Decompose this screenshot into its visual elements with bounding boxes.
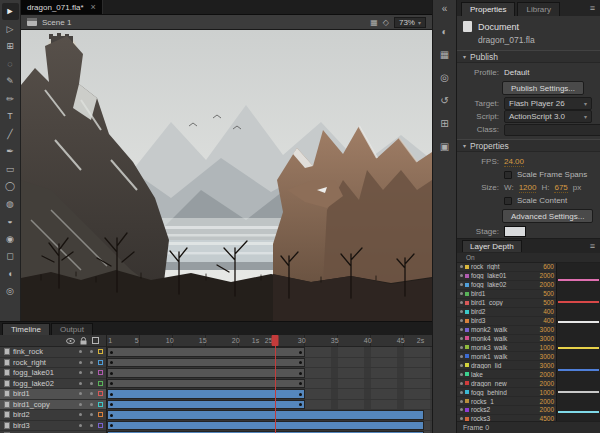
depth-value[interactable]: 400 <box>535 308 556 315</box>
show-hide-all-eye-icon[interactable] <box>66 338 75 344</box>
rectangle-tool[interactable]: ▭ <box>2 161 19 178</box>
layer-outline-color-swatch[interactable] <box>98 423 103 428</box>
properties-section-header[interactable]: ▾ Properties <box>457 139 600 152</box>
stage-color-swatch[interactable] <box>504 226 526 237</box>
height-value[interactable]: 675 <box>554 183 567 193</box>
frame-ruler[interactable]: 151015201s25303540452s <box>107 335 432 347</box>
layer-frames-row[interactable] <box>107 400 432 411</box>
layer-depth-row[interactable]: lake2000 <box>457 370 556 379</box>
frame-ruler-label[interactable]: 1 <box>108 337 112 344</box>
depth-value[interactable]: 500 <box>535 299 556 306</box>
layer-lock-dot[interactable] <box>90 382 93 385</box>
subselection-tool[interactable]: ▷ <box>2 21 19 38</box>
depth-visibility-dot[interactable] <box>460 355 463 358</box>
script-select[interactable]: ActionScript 3.0 ▾ <box>504 110 592 123</box>
depth-visibility-dot[interactable] <box>460 328 463 331</box>
layer-depth-tab[interactable]: Layer Depth <box>462 240 522 252</box>
info-panel-icon[interactable]: ◎ <box>440 72 449 85</box>
width-value[interactable]: 1200 <box>519 183 537 193</box>
publish-settings-button[interactable]: Publish Settings... <box>502 81 584 95</box>
depth-value[interactable]: 3000 <box>535 353 556 360</box>
layer-outline-color-swatch[interactable] <box>98 412 103 417</box>
frame-ruler-label[interactable]: 35 <box>331 337 339 344</box>
zoom-tool[interactable]: ◎ <box>2 283 19 300</box>
advanced-settings-button[interactable]: Advanced Settings... <box>502 209 593 223</box>
target-select[interactable]: Flash Player 26 ▾ <box>504 97 592 110</box>
layer-frames-row[interactable] <box>107 389 432 400</box>
playhead-line[interactable] <box>275 335 276 433</box>
timeline-layer-row[interactable]: bird1 <box>0 389 106 400</box>
edit-scene-icon[interactable]: ▦ <box>370 18 378 27</box>
layer-depth-row[interactable]: monk1_walk3000 <box>457 352 556 361</box>
layer-depth-row[interactable]: rocks22000 <box>457 406 556 415</box>
tab-timeline[interactable]: Timeline <box>2 323 50 335</box>
zoom-level-select[interactable]: 73% ▾ <box>394 17 426 28</box>
layer-depth-row[interactable]: dragon_new2000 <box>457 379 556 388</box>
depth-value[interactable]: 400 <box>535 317 556 324</box>
layer-lock-dot[interactable] <box>90 350 93 353</box>
layer-outline-color-swatch[interactable] <box>98 349 103 354</box>
history-panel-icon[interactable]: ↺ <box>440 95 448 108</box>
outline-all-icon[interactable] <box>92 337 99 344</box>
timeline-layer-row[interactable]: fogg_lake01 <box>0 368 106 379</box>
layer-outline-color-swatch[interactable] <box>98 391 103 396</box>
layer-depth-row[interactable]: bird1_copy500 <box>457 299 556 308</box>
edit-symbols-icon[interactable]: ◇ <box>383 18 389 27</box>
layer-depth-row[interactable]: fogg_behind1000 <box>457 388 556 397</box>
tab-output[interactable]: Output <box>51 323 93 335</box>
layer-lock-dot[interactable] <box>90 361 93 364</box>
depth-visibility-dot[interactable] <box>460 346 463 349</box>
eyedropper-tool[interactable]: ◉ <box>2 231 19 248</box>
layer-lock-dot[interactable] <box>90 403 93 406</box>
playhead-handle[interactable] <box>272 335 279 346</box>
depth-visibility-dot[interactable] <box>460 382 463 385</box>
timeline-layer-row[interactable]: fink_rock <box>0 347 106 358</box>
layer-outline-color-swatch[interactable] <box>98 360 103 365</box>
scene-label[interactable]: Scene 1 <box>42 18 71 27</box>
depth-visibility-dot[interactable] <box>460 373 463 376</box>
depth-value[interactable]: 1000 <box>535 389 556 396</box>
timeline-layer-row[interactable]: bird3 <box>0 421 106 432</box>
layer-visibility-dot[interactable] <box>79 350 82 353</box>
layer-depth-row[interactable]: rocks_12000 <box>457 397 556 406</box>
layer-depth-row[interactable]: fogg_lake012000 <box>457 272 556 281</box>
depth-value[interactable]: 2000 <box>535 371 556 378</box>
scale-frame-spans-checkbox[interactable] <box>504 171 512 179</box>
depth-value[interactable]: 3000 <box>535 335 556 342</box>
depth-value[interactable]: 600 <box>535 263 556 270</box>
collapse-panels-icon[interactable]: « <box>442 3 448 16</box>
color-panel-icon[interactable]: ◐ <box>441 26 447 39</box>
depth-visibility-dot[interactable] <box>460 274 463 277</box>
layer-visibility-dot[interactable] <box>79 413 82 416</box>
depth-visibility-dot[interactable] <box>460 364 463 367</box>
layer-depth-row[interactable]: fogg_lake022000 <box>457 281 556 290</box>
depth-graph-line[interactable] <box>558 301 599 303</box>
free-transform-tool[interactable]: ⊞ <box>2 38 19 55</box>
timeline-layer-row[interactable]: fogg_lake02 <box>0 379 106 390</box>
text-tool[interactable]: T <box>2 108 19 125</box>
depth-visibility-dot[interactable] <box>460 391 463 394</box>
frame-ruler-label[interactable]: 10 <box>166 337 174 344</box>
layer-depth-row[interactable]: monk2_walk3000 <box>457 326 556 335</box>
lasso-tool[interactable]: ◌ <box>2 56 19 73</box>
paint-bucket-tool[interactable]: ◍ <box>2 196 19 213</box>
layer-frames-row[interactable] <box>107 368 432 379</box>
depth-value[interactable]: 2000 <box>535 406 556 413</box>
layer-depth-row[interactable]: bird2400 <box>457 308 556 317</box>
layer-frames-row[interactable] <box>107 379 432 390</box>
stage-canvas[interactable] <box>21 30 432 321</box>
depth-value[interactable]: 2000 <box>535 281 556 288</box>
timeline-frames-area[interactable]: 151015201s25303540452s <box>107 335 432 433</box>
depth-visibility-dot[interactable] <box>460 265 463 268</box>
depth-graph-line[interactable] <box>558 279 599 281</box>
library-panel-icon[interactable]: ▣ <box>440 141 449 154</box>
selection-tool[interactable]: ► <box>2 3 19 20</box>
timeline-layer-row[interactable]: rock_right <box>0 358 106 369</box>
tab-properties[interactable]: Properties <box>461 2 515 16</box>
frame-ruler-label[interactable]: 40 <box>364 337 372 344</box>
depth-value[interactable]: 2000 <box>535 272 556 279</box>
frame-span[interactable] <box>107 421 424 431</box>
layer-outline-color-swatch[interactable] <box>98 402 103 407</box>
layer-depth-row[interactable]: monk3_walk1000 <box>457 343 556 352</box>
depth-visibility-dot[interactable] <box>460 283 463 286</box>
